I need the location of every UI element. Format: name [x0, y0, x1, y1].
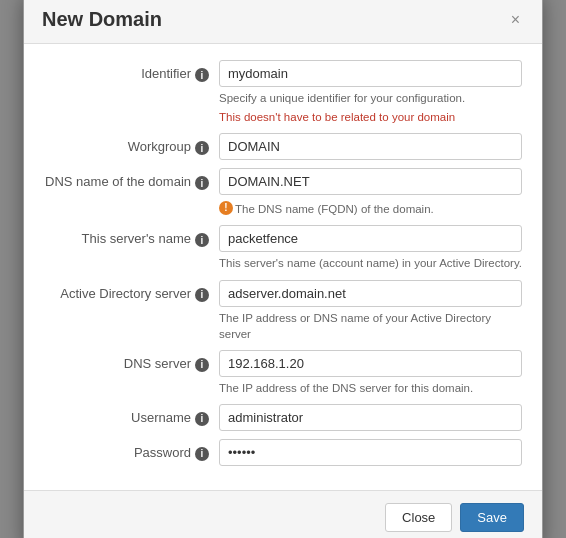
dns-name-help: The DNS name (FQDN) of the domain. [235, 201, 434, 217]
modal-close-x-button[interactable]: × [507, 12, 524, 28]
save-button[interactable]: Save [460, 503, 524, 532]
modal-title: New Domain [42, 8, 162, 31]
dns-server-info-icon[interactable]: i [195, 358, 209, 372]
workgroup-info-icon[interactable]: i [195, 141, 209, 155]
workgroup-control-wrap [219, 133, 522, 160]
ad-server-row: Active Directory server i The IP address… [44, 280, 522, 342]
dns-name-info-icon[interactable]: i [195, 176, 209, 190]
server-name-control-wrap: This server's name (account name) in you… [219, 225, 522, 271]
workgroup-input[interactable] [219, 133, 522, 160]
dns-server-input[interactable] [219, 350, 522, 377]
password-label: Password i [44, 439, 219, 461]
dns-name-control-wrap: ! The DNS name (FQDN) of the domain. [219, 168, 522, 217]
password-info-icon[interactable]: i [195, 447, 209, 461]
ad-server-info-icon[interactable]: i [195, 288, 209, 302]
modal-body: Identifier i Specify a unique identifier… [24, 44, 542, 490]
identifier-info-icon[interactable]: i [195, 68, 209, 82]
ad-server-control-wrap: The IP address or DNS name of your Activ… [219, 280, 522, 342]
identifier-help1: Specify a unique identifier for your con… [219, 90, 522, 106]
workgroup-row: Workgroup i [44, 133, 522, 160]
ad-server-help: The IP address or DNS name of your Activ… [219, 310, 522, 342]
new-domain-modal: New Domain × Identifier i Specify a uniq… [23, 0, 543, 538]
dns-server-label: DNS server i [44, 350, 219, 372]
ad-server-label: Active Directory server i [44, 280, 219, 302]
dns-name-row: DNS name of the domain i ! The DNS name … [44, 168, 522, 217]
close-button[interactable]: Close [385, 503, 452, 532]
modal-footer: Close Save [24, 490, 542, 538]
server-name-row: This server's name i This server's name … [44, 225, 522, 271]
dns-server-control-wrap: The IP address of the DNS server for thi… [219, 350, 522, 396]
dns-name-label: DNS name of the domain i [44, 168, 219, 190]
username-info-icon[interactable]: i [195, 412, 209, 426]
identifier-help2: This doesn't have to be related to your … [219, 109, 522, 125]
ad-server-input[interactable] [219, 280, 522, 307]
password-input[interactable] [219, 439, 522, 466]
modal-header: New Domain × [24, 0, 542, 44]
username-input[interactable] [219, 404, 522, 431]
identifier-label: Identifier i [44, 60, 219, 82]
password-row: Password i [44, 439, 522, 466]
dns-name-input[interactable] [219, 168, 522, 195]
server-name-input[interactable] [219, 225, 522, 252]
identifier-input[interactable] [219, 60, 522, 87]
workgroup-label: Workgroup i [44, 133, 219, 155]
dns-name-warning-icon: ! [219, 201, 233, 215]
dns-server-row: DNS server i The IP address of the DNS s… [44, 350, 522, 396]
password-control-wrap [219, 439, 522, 466]
username-label: Username i [44, 404, 219, 426]
username-row: Username i [44, 404, 522, 431]
dns-server-help: The IP address of the DNS server for thi… [219, 380, 522, 396]
identifier-row: Identifier i Specify a unique identifier… [44, 60, 522, 125]
server-name-label: This server's name i [44, 225, 219, 247]
server-name-info-icon[interactable]: i [195, 233, 209, 247]
username-control-wrap [219, 404, 522, 431]
identifier-control-wrap: Specify a unique identifier for your con… [219, 60, 522, 125]
server-name-help: This server's name (account name) in you… [219, 255, 522, 271]
